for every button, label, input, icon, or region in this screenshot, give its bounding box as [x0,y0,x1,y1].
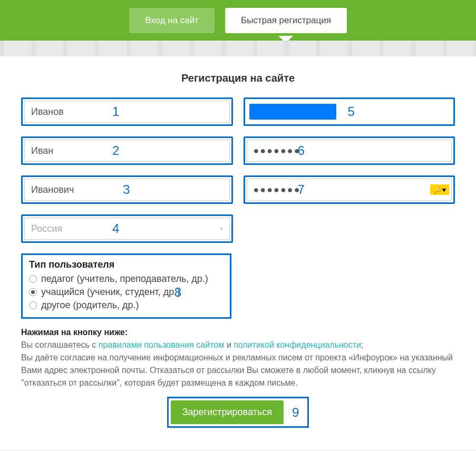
password-wrap: 6 [244,136,455,165]
top-tab-bar: Вход на сайт Быстрая регистрация [0,0,476,41]
country-value: Россия [31,223,62,234]
country-wrap: Россия ▾ 4 [21,214,233,243]
consent-heading: Нажимая на кнопку ниже: [21,326,455,339]
annotation-6: 6 [298,143,305,158]
option-label: другое (родитель, др.) [41,300,139,311]
terms-link[interactable]: правилами пользования сайтом [99,340,224,349]
radio-icon [29,288,37,296]
form-title: Регистрация на сайте [21,72,455,84]
country-select[interactable]: Россия ▾ [24,218,230,240]
decorative-footer [0,449,476,451]
password-confirm-wrap: 7 🔑▾ [244,175,455,204]
annotation-9: 9 [292,405,299,420]
consent-body: Вы даёте согласие на получение информаци… [21,351,455,389]
firstname-wrap: 2 [21,136,233,165]
radio-icon [29,301,37,309]
password-input[interactable] [247,140,452,162]
option-label: педагог (учитель, преподаватель, др.) [41,273,208,285]
email-redacted [249,104,336,120]
firstname-input[interactable] [24,140,230,162]
annotation-4: 4 [112,221,119,236]
patronymic-wrap: 3 [21,175,233,204]
user-type-title: Тип пользователя [29,259,224,270]
annotation-7: 7 [298,182,305,197]
tab-login[interactable]: Вход на сайт [129,8,215,33]
radio-icon [29,275,37,283]
tab-register[interactable]: Быстрая регистрация [225,8,347,33]
privacy-link[interactable]: политикой конфиденциальности [234,340,361,349]
key-icon[interactable]: 🔑▾ [430,184,449,195]
decorative-strip [0,41,476,56]
password-confirm-input[interactable] [247,179,452,201]
annotation-1: 1 [112,104,119,119]
lastname-input[interactable] [24,101,230,123]
email-wrap: 5 [244,97,455,126]
chevron-down-icon: ▾ [220,225,223,232]
register-button[interactable]: Зарегистрироваться [171,400,284,424]
annotation-8: 8 [174,285,181,300]
lastname-wrap: 1 [21,97,233,126]
option-label: учащийся (ученик, студент, др.) [41,287,180,298]
user-type-option-other[interactable]: другое (родитель, др.) [29,300,224,311]
annotation-2: 2 [112,143,119,158]
annotation-3: 3 [123,182,130,197]
annotation-5: 5 [348,104,355,119]
consent-text: Нажимая на кнопку ниже: Вы соглашаетесь … [21,326,455,389]
submit-wrap: Зарегистрироваться 9 [167,397,309,428]
user-type-option-teacher[interactable]: педагог (учитель, преподаватель, др.) [29,273,224,285]
user-type-group: Тип пользователя педагог (учитель, препо… [21,253,231,319]
user-type-option-student[interactable]: учащийся (ученик, студент, др.) 8 [29,287,224,298]
registration-form: Регистрация на сайте 1 2 3 Россия ▾ 4 [0,56,476,433]
